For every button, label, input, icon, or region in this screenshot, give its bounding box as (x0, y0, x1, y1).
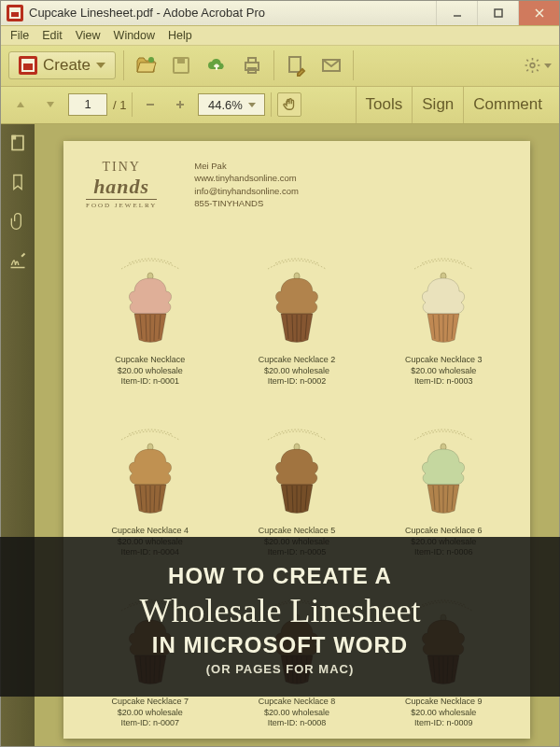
acrobat-icon (7, 5, 23, 21)
zoom-in-icon[interactable] (168, 92, 192, 117)
open-folder-icon[interactable] (132, 51, 160, 79)
overlay-line-4: (OR PAGES FOR MAC) (9, 662, 551, 676)
acrobat-logo-icon (19, 56, 37, 75)
print-icon[interactable] (238, 51, 266, 79)
close-button[interactable] (518, 1, 559, 25)
product-sku: Item-ID: n-0009 (405, 718, 483, 729)
cloud-upload-icon[interactable] (203, 51, 231, 79)
page-count-label: / 1 (113, 98, 126, 112)
settings-icon[interactable] (524, 51, 552, 79)
hand-tool-icon[interactable] (277, 92, 301, 117)
contact-info: Mei Pak www.tinyhandsonline.com info@tin… (194, 160, 299, 209)
product-name: Cupcake Necklace 4 (111, 526, 189, 537)
overlay-line-1: HOW TO CREATE A (9, 563, 551, 589)
zoom-input[interactable]: 44.6% (198, 93, 265, 116)
overlay-caption: HOW TO CREATE A Wholesale Linesheet IN M… (0, 537, 560, 697)
product-name: Cupcake Necklace 7 (111, 697, 189, 708)
signature-icon[interactable] (8, 251, 27, 270)
titlebar: Cupcake Linesheet.pdf - Adobe Acrobat Pr… (1, 1, 559, 26)
product-item: Cupcake Necklace 3$20.00 wholesaleItem-I… (380, 222, 508, 388)
comment-panel-button[interactable]: Comment (463, 87, 552, 123)
product-price: $20.00 wholesale (405, 366, 483, 377)
svg-rect-1 (495, 9, 502, 17)
menubar: File Edit View Window Help (1, 26, 559, 46)
overlay-line-3: IN MICROSOFT WORD (9, 632, 551, 658)
product-sku: Item-ID: n-0001 (115, 376, 185, 388)
product-item: Cupcake Necklace$20.00 wholesaleItem-ID:… (86, 222, 214, 388)
menu-window[interactable]: Window (108, 27, 161, 44)
toolbar-main: Create (1, 46, 559, 87)
attachment-icon[interactable] (8, 212, 27, 231)
product-name: Cupcake Necklace 6 (405, 526, 483, 537)
minimize-button[interactable] (436, 1, 477, 25)
product-item: Cupcake Necklace 2$20.00 wholesaleItem-I… (232, 222, 360, 388)
svg-rect-6 (177, 58, 185, 63)
maximize-button[interactable] (477, 1, 518, 25)
save-icon[interactable] (167, 51, 195, 79)
mail-icon[interactable] (317, 51, 345, 79)
toolbar-nav: 1 / 1 44.6% Tools Sign Comment (1, 87, 559, 124)
sign-panel-button[interactable]: Sign (412, 87, 463, 123)
product-sku: Item-ID: n-0003 (405, 376, 483, 388)
product-price: $20.00 wholesale (259, 708, 336, 719)
tools-panel-button[interactable]: Tools (356, 87, 413, 123)
product-item: Cupcake Necklace 4$20.00 wholesaleItem-I… (86, 393, 214, 558)
page-down-icon[interactable] (38, 92, 63, 117)
overlay-line-2: Wholesale Linesheet (9, 591, 551, 630)
product-price: $20.00 wholesale (111, 708, 189, 719)
brand-logo: TINY hands FOOD JEWELRY (86, 160, 157, 209)
svg-point-4 (148, 57, 154, 63)
menu-help[interactable]: Help (162, 27, 198, 44)
menu-file[interactable]: File (5, 27, 35, 44)
product-name: Cupcake Necklace 2 (259, 355, 336, 366)
edit-pdf-icon[interactable] (282, 51, 310, 79)
zoom-out-icon[interactable] (138, 92, 162, 117)
product-sku: Item-ID: n-0008 (259, 718, 336, 729)
product-price: $20.00 wholesale (259, 366, 336, 377)
page-up-icon[interactable] (8, 92, 33, 117)
product-item: Cupcake Necklace 5$20.00 wholesaleItem-I… (232, 393, 360, 558)
chevron-down-icon (96, 63, 105, 68)
page-number-input[interactable]: 1 (68, 93, 107, 116)
product-name: Cupcake Necklace 9 (405, 697, 483, 708)
product-sku: Item-ID: n-0007 (111, 718, 189, 729)
create-button[interactable]: Create (8, 51, 116, 79)
create-label: Create (43, 56, 91, 75)
menu-edit[interactable]: Edit (36, 27, 68, 44)
product-name: Cupcake Necklace 8 (259, 697, 336, 708)
window-title: Cupcake Linesheet.pdf - Adobe Acrobat Pr… (29, 6, 436, 20)
menu-view[interactable]: View (70, 27, 106, 44)
product-name: Cupcake Necklace (115, 355, 185, 366)
product-item: Cupcake Necklace 6$20.00 wholesaleItem-I… (380, 393, 508, 558)
product-price: $20.00 wholesale (405, 708, 483, 719)
product-sku: Item-ID: n-0002 (259, 376, 336, 388)
svg-rect-10 (289, 57, 301, 72)
product-name: Cupcake Necklace 5 (259, 526, 336, 537)
product-name: Cupcake Necklace 3 (405, 355, 483, 366)
thumbnails-icon[interactable] (8, 134, 27, 152)
svg-point-12 (530, 63, 535, 68)
product-price: $20.00 wholesale (115, 366, 185, 377)
svg-rect-8 (248, 58, 256, 63)
bookmark-icon[interactable] (8, 173, 27, 191)
